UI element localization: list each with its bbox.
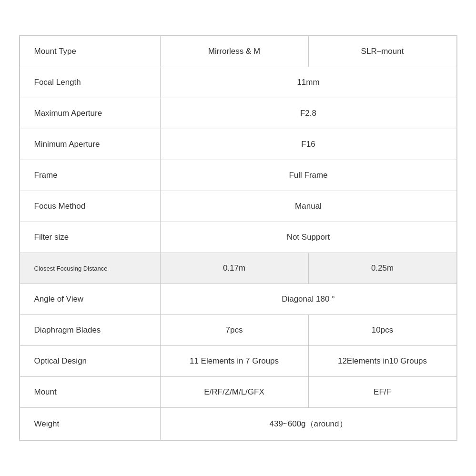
value2-mount: EF/F xyxy=(308,377,456,408)
value2-closest-focusing: 0.25m xyxy=(308,253,456,284)
row-focus-method: Focus MethodManual xyxy=(20,191,456,222)
value-weight: 439~600g（around） xyxy=(160,408,456,440)
value2-optical-design: 12Elements in10 Groups xyxy=(308,346,456,377)
row-minimum-aperture: Minimum ApertureF16 xyxy=(20,129,456,160)
label-frame: Frame xyxy=(20,160,160,191)
row-diaphragm-blades: Diaphragm Blades7pcs10pcs xyxy=(20,315,456,346)
row-frame: FrameFull Frame xyxy=(20,160,456,191)
row-mount-type: Mount TypeMirrorless & MSLR–mount xyxy=(20,36,456,67)
value-frame: Full Frame xyxy=(160,160,456,191)
value1-optical-design: 11 Elements in 7 Groups xyxy=(160,346,308,377)
value2-diaphragm-blades: 10pcs xyxy=(308,315,456,346)
value1-mount-type: Mirrorless & M xyxy=(160,36,308,67)
row-maximum-aperture: Maximum ApertureF2.8 xyxy=(20,98,456,129)
row-optical-design: Optical Design11 Elements in 7 Groups12E… xyxy=(20,346,456,377)
label-angle-of-view: Angle of View xyxy=(20,284,160,315)
label-maximum-aperture: Maximum Aperture xyxy=(20,98,160,129)
value1-closest-focusing: 0.17m xyxy=(160,253,308,284)
value2-mount-type: SLR–mount xyxy=(308,36,456,67)
label-optical-design: Optical Design xyxy=(20,346,160,377)
row-angle-of-view: Angle of ViewDiagonal 180 ° xyxy=(20,284,456,315)
row-mount: MountE/RF/Z/M/L/GFXEF/F xyxy=(20,377,456,408)
value-focal-length: 11mm xyxy=(160,67,456,98)
label-minimum-aperture: Minimum Aperture xyxy=(20,129,160,160)
value1-mount: E/RF/Z/M/L/GFX xyxy=(160,377,308,408)
row-filter-size: Filter sizeNot Support xyxy=(20,222,456,253)
label-focal-length: Focal Length xyxy=(20,67,160,98)
value-focus-method: Manual xyxy=(160,191,456,222)
label-mount-type: Mount Type xyxy=(20,36,160,67)
value-minimum-aperture: F16 xyxy=(160,129,456,160)
label-weight: Weight xyxy=(20,408,160,440)
specs-table: Mount TypeMirrorless & MSLR–mountFocal L… xyxy=(19,35,457,441)
value-maximum-aperture: F2.8 xyxy=(160,98,456,129)
label-diaphragm-blades: Diaphragm Blades xyxy=(20,315,160,346)
value1-diaphragm-blades: 7pcs xyxy=(160,315,308,346)
row-closest-focusing: Closest Focusing Distance0.17m0.25m xyxy=(20,253,456,284)
label-focus-method: Focus Method xyxy=(20,191,160,222)
row-focal-length: Focal Length11mm xyxy=(20,67,456,98)
row-weight: Weight439~600g（around） xyxy=(20,408,456,440)
label-filter-size: Filter size xyxy=(20,222,160,253)
value-filter-size: Not Support xyxy=(160,222,456,253)
label-closest-focusing: Closest Focusing Distance xyxy=(20,253,160,284)
value-angle-of-view: Diagonal 180 ° xyxy=(160,284,456,315)
label-mount: Mount xyxy=(20,377,160,408)
